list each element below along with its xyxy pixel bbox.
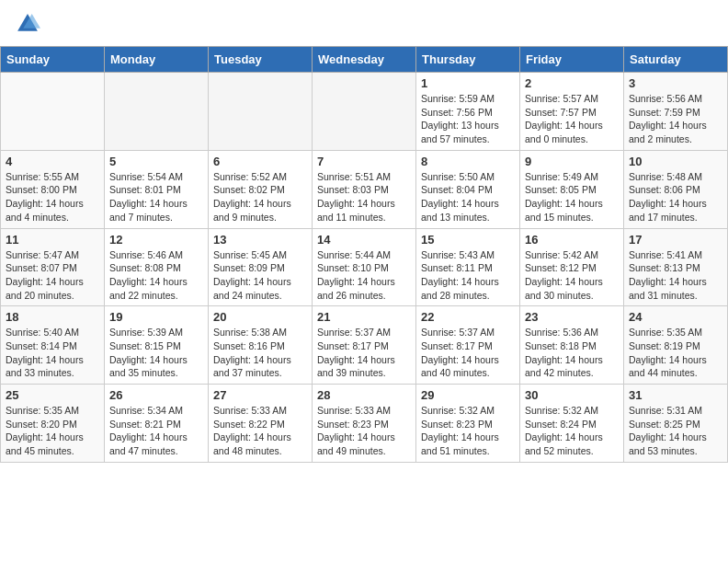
page-header xyxy=(0,0,728,40)
day-info: Sunrise: 5:34 AM Sunset: 8:21 PM Dayligh… xyxy=(109,404,203,458)
logo xyxy=(15,11,42,37)
day-number: 5 xyxy=(109,155,203,168)
day-number: 22 xyxy=(421,310,515,324)
day-info: Sunrise: 5:49 AM Sunset: 8:05 PM Dayligh… xyxy=(525,170,619,224)
day-info: Sunrise: 5:42 AM Sunset: 8:12 PM Dayligh… xyxy=(525,248,619,303)
day-info: Sunrise: 5:37 AM Sunset: 8:17 PM Dayligh… xyxy=(421,326,515,380)
calendar-header-row: SundayMondayTuesdayWednesdayThursdayFrid… xyxy=(1,47,728,73)
day-info: Sunrise: 5:40 AM Sunset: 8:14 PM Dayligh… xyxy=(6,326,99,380)
day-number: 24 xyxy=(629,310,722,324)
day-number: 9 xyxy=(525,155,619,168)
calendar-weekday-friday: Friday xyxy=(520,47,624,73)
day-number: 14 xyxy=(317,233,411,247)
day-info: Sunrise: 5:35 AM Sunset: 8:19 PM Dayligh… xyxy=(629,326,722,380)
day-info: Sunrise: 5:38 AM Sunset: 8:16 PM Dayligh… xyxy=(213,326,307,380)
day-info: Sunrise: 5:47 AM Sunset: 8:07 PM Dayligh… xyxy=(6,248,99,303)
calendar-day-cell: 21Sunrise: 5:37 AM Sunset: 8:17 PM Dayli… xyxy=(313,306,416,385)
calendar-day-cell: 6Sunrise: 5:52 AM Sunset: 8:02 PM Daylig… xyxy=(209,150,313,228)
calendar-weekday-thursday: Thursday xyxy=(416,47,520,73)
calendar-day-cell: 10Sunrise: 5:48 AM Sunset: 8:06 PM Dayli… xyxy=(624,150,728,228)
calendar-day-cell: 25Sunrise: 5:35 AM Sunset: 8:20 PM Dayli… xyxy=(1,385,105,463)
day-info: Sunrise: 5:35 AM Sunset: 8:20 PM Dayligh… xyxy=(6,404,99,458)
day-number: 18 xyxy=(6,310,99,324)
calendar-week-row: 25Sunrise: 5:35 AM Sunset: 8:20 PM Dayli… xyxy=(1,385,728,463)
day-number: 29 xyxy=(421,388,515,402)
day-info: Sunrise: 5:51 AM Sunset: 8:03 PM Dayligh… xyxy=(317,170,411,224)
calendar-week-row: 11Sunrise: 5:47 AM Sunset: 8:07 PM Dayli… xyxy=(1,228,728,306)
day-number: 7 xyxy=(317,155,411,168)
day-number: 17 xyxy=(629,233,722,247)
day-info: Sunrise: 5:33 AM Sunset: 8:22 PM Dayligh… xyxy=(213,404,307,458)
day-info: Sunrise: 5:48 AM Sunset: 8:06 PM Dayligh… xyxy=(629,170,722,224)
calendar-day-cell: 5Sunrise: 5:54 AM Sunset: 8:01 PM Daylig… xyxy=(105,150,209,228)
day-info: Sunrise: 5:32 AM Sunset: 8:23 PM Dayligh… xyxy=(421,404,515,458)
day-number: 27 xyxy=(213,388,307,402)
calendar-day-cell: 20Sunrise: 5:38 AM Sunset: 8:16 PM Dayli… xyxy=(209,306,313,385)
day-info: Sunrise: 5:52 AM Sunset: 8:02 PM Dayligh… xyxy=(213,170,307,224)
day-number: 6 xyxy=(213,155,307,168)
day-info: Sunrise: 5:32 AM Sunset: 8:24 PM Dayligh… xyxy=(525,404,619,458)
day-number: 20 xyxy=(213,310,307,324)
day-info: Sunrise: 5:54 AM Sunset: 8:01 PM Dayligh… xyxy=(109,170,203,224)
calendar-day-cell: 12Sunrise: 5:46 AM Sunset: 8:08 PM Dayli… xyxy=(105,228,209,306)
calendar-weekday-tuesday: Tuesday xyxy=(209,47,313,73)
calendar-day-cell: 14Sunrise: 5:44 AM Sunset: 8:10 PM Dayli… xyxy=(313,228,416,306)
day-number: 30 xyxy=(525,388,619,402)
calendar-week-row: 4Sunrise: 5:55 AM Sunset: 8:00 PM Daylig… xyxy=(1,150,728,228)
day-number: 25 xyxy=(6,388,99,402)
calendar-day-cell: 22Sunrise: 5:37 AM Sunset: 8:17 PM Dayli… xyxy=(416,306,520,385)
day-info: Sunrise: 5:55 AM Sunset: 8:00 PM Dayligh… xyxy=(6,170,99,224)
calendar-day-cell: 17Sunrise: 5:41 AM Sunset: 8:13 PM Dayli… xyxy=(624,228,728,306)
calendar-day-cell: 24Sunrise: 5:35 AM Sunset: 8:19 PM Dayli… xyxy=(624,306,728,385)
calendar-day-cell: 18Sunrise: 5:40 AM Sunset: 8:14 PM Dayli… xyxy=(1,306,105,385)
day-info: Sunrise: 5:57 AM Sunset: 7:57 PM Dayligh… xyxy=(525,92,619,146)
day-number: 19 xyxy=(109,310,203,324)
calendar-day-cell: 11Sunrise: 5:47 AM Sunset: 8:07 PM Dayli… xyxy=(1,228,105,306)
day-number: 26 xyxy=(109,388,203,402)
day-info: Sunrise: 5:45 AM Sunset: 8:09 PM Dayligh… xyxy=(213,248,307,303)
page-container: SundayMondayTuesdayWednesdayThursdayFrid… xyxy=(0,0,728,463)
calendar-day-cell: 30Sunrise: 5:32 AM Sunset: 8:24 PM Dayli… xyxy=(520,385,624,463)
day-info: Sunrise: 5:59 AM Sunset: 7:56 PM Dayligh… xyxy=(421,92,515,146)
day-number: 2 xyxy=(525,76,619,90)
calendar-day-cell: 16Sunrise: 5:42 AM Sunset: 8:12 PM Dayli… xyxy=(520,228,624,306)
day-info: Sunrise: 5:41 AM Sunset: 8:13 PM Dayligh… xyxy=(629,248,722,303)
calendar-day-cell: 1Sunrise: 5:59 AM Sunset: 7:56 PM Daylig… xyxy=(416,73,520,151)
calendar-weekday-wednesday: Wednesday xyxy=(313,47,416,73)
day-info: Sunrise: 5:50 AM Sunset: 8:04 PM Dayligh… xyxy=(421,170,515,224)
calendar-day-cell: 8Sunrise: 5:50 AM Sunset: 8:04 PM Daylig… xyxy=(416,150,520,228)
day-info: Sunrise: 5:44 AM Sunset: 8:10 PM Dayligh… xyxy=(317,248,411,303)
day-number: 8 xyxy=(421,155,515,168)
calendar-day-cell xyxy=(313,73,416,151)
calendar-day-cell xyxy=(1,73,105,151)
calendar-weekday-saturday: Saturday xyxy=(624,47,728,73)
day-number: 10 xyxy=(629,155,722,168)
calendar-day-cell: 9Sunrise: 5:49 AM Sunset: 8:05 PM Daylig… xyxy=(520,150,624,228)
calendar-day-cell: 15Sunrise: 5:43 AM Sunset: 8:11 PM Dayli… xyxy=(416,228,520,306)
calendar-week-row: 1Sunrise: 5:59 AM Sunset: 7:56 PM Daylig… xyxy=(1,73,728,151)
day-info: Sunrise: 5:39 AM Sunset: 8:15 PM Dayligh… xyxy=(109,326,203,380)
calendar-day-cell: 23Sunrise: 5:36 AM Sunset: 8:18 PM Dayli… xyxy=(520,306,624,385)
day-info: Sunrise: 5:33 AM Sunset: 8:23 PM Dayligh… xyxy=(317,404,411,458)
calendar-week-row: 18Sunrise: 5:40 AM Sunset: 8:14 PM Dayli… xyxy=(1,306,728,385)
day-number: 16 xyxy=(525,233,619,247)
day-number: 13 xyxy=(213,233,307,247)
day-number: 23 xyxy=(525,310,619,324)
day-number: 21 xyxy=(317,310,411,324)
calendar-day-cell: 2Sunrise: 5:57 AM Sunset: 7:57 PM Daylig… xyxy=(520,73,624,151)
day-info: Sunrise: 5:36 AM Sunset: 8:18 PM Dayligh… xyxy=(525,326,619,380)
day-number: 28 xyxy=(317,388,411,402)
calendar-day-cell: 7Sunrise: 5:51 AM Sunset: 8:03 PM Daylig… xyxy=(313,150,416,228)
calendar-table: SundayMondayTuesdayWednesdayThursdayFrid… xyxy=(0,46,728,463)
day-info: Sunrise: 5:43 AM Sunset: 8:11 PM Dayligh… xyxy=(421,248,515,303)
calendar-day-cell: 31Sunrise: 5:31 AM Sunset: 8:25 PM Dayli… xyxy=(624,385,728,463)
calendar-day-cell xyxy=(105,73,209,151)
day-number: 31 xyxy=(629,388,722,402)
day-number: 1 xyxy=(421,76,515,90)
calendar-day-cell: 13Sunrise: 5:45 AM Sunset: 8:09 PM Dayli… xyxy=(209,228,313,306)
day-number: 15 xyxy=(421,233,515,247)
logo-icon xyxy=(15,11,40,37)
day-number: 11 xyxy=(6,233,99,247)
calendar-day-cell: 4Sunrise: 5:55 AM Sunset: 8:00 PM Daylig… xyxy=(1,150,105,228)
day-info: Sunrise: 5:46 AM Sunset: 8:08 PM Dayligh… xyxy=(109,248,203,303)
